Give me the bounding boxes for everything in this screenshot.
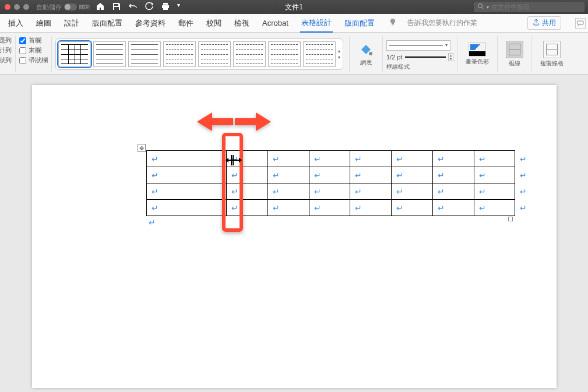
banded-rows-checkbox[interactable]: 狀列 xyxy=(0,56,12,65)
search-input[interactable] xyxy=(491,3,581,10)
table-cell[interactable]: ↵ xyxy=(309,151,350,167)
shading-label: 網底 xyxy=(360,59,372,67)
table-cell[interactable]: ↵ xyxy=(268,183,309,200)
redo-icon[interactable] xyxy=(145,2,154,13)
print-icon[interactable] xyxy=(161,2,170,13)
table-style-dash5[interactable] xyxy=(303,41,336,67)
banded-cols-checkbox[interactable]: 帶狀欄 xyxy=(19,56,48,65)
table-style-plain2[interactable] xyxy=(128,41,161,67)
autosave-toggle[interactable]: 自動儲存 關閉 xyxy=(36,3,90,12)
borders-button[interactable]: 框線 xyxy=(501,38,528,70)
table-cell[interactable]: ↵ xyxy=(146,183,227,200)
comments-button[interactable] xyxy=(575,18,586,29)
undo-icon[interactable] xyxy=(128,2,138,13)
ribbon-tabs: 插入 繪圖 設計 版面配置 參考資料 郵件 校閱 檢視 Acrobat 表格設計… xyxy=(0,14,588,33)
header-row-label: 題列 xyxy=(0,36,12,45)
pen-color-button[interactable]: 畫筆色彩 xyxy=(461,40,494,68)
paragraph-mark: ↵ xyxy=(152,154,159,164)
shading-button[interactable]: 網底 xyxy=(353,39,379,69)
autosave-state: 關閉 xyxy=(79,3,90,11)
table-style-dash1[interactable] xyxy=(163,41,196,67)
table-cell[interactable]: ↵ xyxy=(392,167,433,183)
table-cell[interactable]: ↵ xyxy=(392,200,433,216)
home-icon[interactable] xyxy=(96,2,105,13)
tab-references[interactable]: 參考資料 xyxy=(134,15,167,32)
table-cell[interactable]: ↵ xyxy=(350,167,392,183)
table-move-handle[interactable]: ✥ xyxy=(138,144,146,152)
table-cell[interactable]: ↵ xyxy=(227,200,268,216)
search-box[interactable]: ▾ xyxy=(474,2,585,12)
table-style-dash2[interactable] xyxy=(198,41,231,67)
table-cell[interactable]: ↵ xyxy=(268,151,309,167)
table-cell[interactable]: ↵ xyxy=(350,200,392,216)
table-cell[interactable]: ↵ xyxy=(309,167,350,183)
table-cell[interactable]: ↵ xyxy=(474,167,515,183)
qat-dropdown-icon[interactable]: ▾ xyxy=(177,2,180,13)
tab-table-layout[interactable]: 版面配置 xyxy=(343,15,376,32)
table-resize-handle[interactable] xyxy=(508,217,513,221)
tab-table-design[interactable]: 表格設計 xyxy=(300,14,333,33)
autosave-switch[interactable] xyxy=(64,3,77,10)
border-line-style[interactable]: ▾ xyxy=(386,40,450,51)
table-cell[interactable]: ↵ xyxy=(392,151,433,167)
table-cell[interactable]: ↵ xyxy=(432,167,474,183)
table-style-grid[interactable] xyxy=(58,41,91,67)
table-cell[interactable]: ↵ xyxy=(350,151,392,167)
table-cell[interactable]: ↵ xyxy=(227,183,268,200)
table-cell[interactable]: ↵ xyxy=(474,183,515,200)
first-col-checkbox[interactable]: 首欄 xyxy=(19,36,41,45)
tell-me-input[interactable]: 告訴我您要執行的作業 xyxy=(407,18,477,28)
tab-review[interactable]: 校閱 xyxy=(205,15,223,32)
tab-view[interactable]: 檢視 xyxy=(233,15,251,32)
border-painter-button[interactable]: 複製線格 xyxy=(536,38,568,70)
last-col-checkbox[interactable]: 末欄 xyxy=(19,46,41,55)
table-style-dash3[interactable] xyxy=(233,41,266,67)
share-button[interactable]: 共用 xyxy=(527,16,561,30)
minimize-window-button[interactable] xyxy=(14,4,20,10)
table-row[interactable]: ↵ ↵ ↵ ↵ ↵ ↵ ↵ ↵ ↵ xyxy=(146,167,557,183)
header-row-checkbox[interactable]: 題列 xyxy=(0,36,12,45)
table-cell[interactable]: ↵ xyxy=(432,151,474,167)
table-cell[interactable]: ↵ xyxy=(392,183,433,200)
table-cell[interactable]: ↵ xyxy=(350,183,392,200)
tab-draw[interactable]: 繪圖 xyxy=(35,15,52,32)
table-cell[interactable]: ↵ xyxy=(268,167,309,183)
window-controls xyxy=(5,4,29,10)
table-cell[interactable]: ↵ xyxy=(227,167,268,183)
table-row[interactable]: ↵ ↵ ↵ ↵ ↵ ↵ ↵ ↵ ↵ xyxy=(146,183,557,200)
table-styles-gallery[interactable]: ▴▾ xyxy=(55,38,343,70)
last-col-label: 末欄 xyxy=(29,46,41,55)
table-cell[interactable]: ↵ xyxy=(268,200,309,216)
table-row[interactable]: ↵ ↵ ↵ ↵ ↵ ↵ ↵ ↵ ↵ xyxy=(146,200,557,216)
table-cell[interactable]: ↵ xyxy=(309,183,350,200)
tab-design[interactable]: 設計 xyxy=(63,15,80,32)
pen-weight-stepper[interactable]: ▴▾ xyxy=(448,53,453,61)
table-style-dash4[interactable] xyxy=(268,41,301,67)
pen-weight-sample xyxy=(405,56,446,58)
row-end-mark: ↵ xyxy=(515,183,557,200)
gallery-scroll[interactable]: ▴▾ xyxy=(338,48,340,60)
table-cell[interactable]: ↵ xyxy=(309,200,350,216)
table-cell[interactable]: ↵ xyxy=(432,183,474,200)
lightbulb-icon[interactable] xyxy=(389,18,397,28)
table-cell[interactable]: ↵ xyxy=(474,151,515,167)
first-col-label: 首欄 xyxy=(29,36,41,45)
tab-insert[interactable]: 插入 xyxy=(7,15,24,32)
save-icon[interactable] xyxy=(112,2,121,13)
table-style-plain1[interactable] xyxy=(93,41,126,67)
document-table[interactable]: ↵ ↵ ↵ ↵ ↵ ↵ ↵ ↵ ↵ ↵ ↵ ↵ ↵ ↵ ↵ ↵ ↵ ↵ xyxy=(146,150,557,216)
close-window-button[interactable] xyxy=(5,4,10,10)
table-cell[interactable]: ↵ xyxy=(474,200,515,216)
total-row-checkbox[interactable]: 計列 xyxy=(0,46,12,55)
maximize-window-button[interactable] xyxy=(23,4,29,10)
tab-mailings[interactable]: 郵件 xyxy=(177,15,195,32)
document-workspace[interactable]: ✥ ↵ ↵ ↵ ↵ ↵ ↵ ↵ ↵ ↵ ↵ ↵ ↵ ↵ ↵ ↵ ↵ ↵ xyxy=(0,75,588,392)
table-row[interactable]: ↵ ↵ ↵ ↵ ↵ ↵ ↵ ↵ ↵ xyxy=(146,151,557,167)
table-cell[interactable]: ↵ xyxy=(432,200,474,216)
tab-layout[interactable]: 版面配置 xyxy=(91,15,124,32)
search-dropdown-icon[interactable]: ▾ xyxy=(487,5,489,10)
table-cell[interactable]: ↵ xyxy=(146,200,227,216)
tab-acrobat[interactable]: Acrobat xyxy=(261,15,290,31)
table-cell[interactable]: ↵ xyxy=(146,151,227,167)
table-cell[interactable]: ↵ xyxy=(146,167,227,183)
